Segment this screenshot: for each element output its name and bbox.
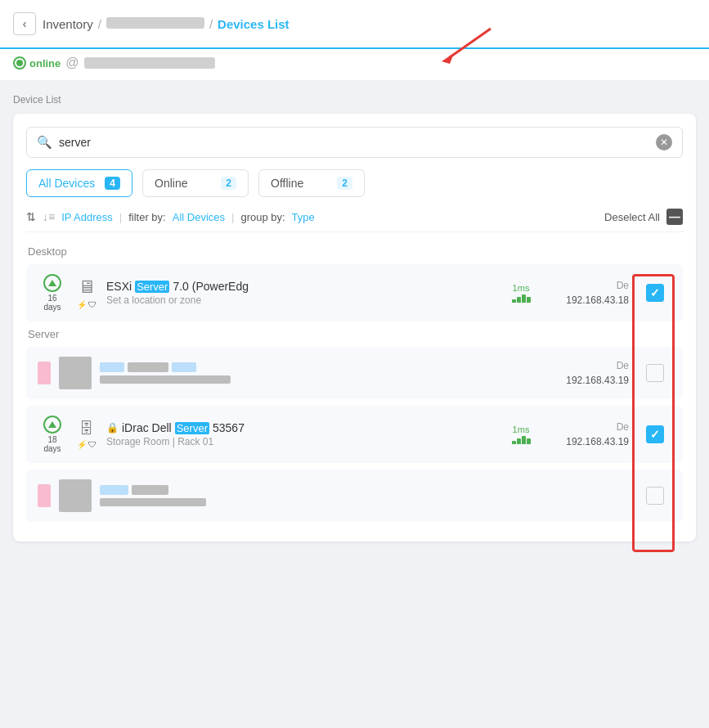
server-icon: 🗄: [79, 420, 94, 438]
deselect-all-area: Deselect All —: [604, 209, 683, 225]
minus-icon[interactable]: —: [666, 209, 683, 225]
blurred-g3: [100, 375, 231, 384]
device-right-blurred-1: De 192.168.43.19: [547, 360, 629, 386]
arrow-up-icon-2: [48, 421, 56, 428]
device-item-esxi: 16days 🖥 ⚡ 🛡 ESXi Server 7.0 (PowerEdg S…: [26, 264, 683, 321]
blurred-g2: [128, 362, 168, 372]
device-name-idrac: 🔒 iDrac Dell Server 53567: [106, 421, 495, 434]
latency-ms-esxi: 1ms: [513, 283, 530, 293]
checkbox-b1[interactable]: [646, 364, 664, 382]
search-input[interactable]: [59, 136, 649, 149]
device-sub-esxi: Set a location or zone: [106, 294, 495, 306]
group-value-link[interactable]: Type: [292, 211, 315, 223]
highlight-server-1: Server: [135, 281, 169, 293]
checkbox-wrap-b1: [639, 364, 671, 382]
bar-i4: [527, 438, 531, 444]
bar-1: [512, 299, 516, 303]
back-button[interactable]: ‹: [13, 12, 36, 35]
device-item-idrac: 18days 🗄 ⚡ 🛡 🔒 iDrac Dell Server 53567: [26, 406, 683, 463]
lightning-icon-2: ⚡: [77, 440, 87, 449]
sort-ip-link[interactable]: IP Address: [61, 211, 113, 223]
checkbox-wrap-b2: [639, 487, 671, 505]
breadcrumb: Inventory / / Devices List: [43, 17, 289, 31]
filter-value-link[interactable]: All Devices: [173, 211, 225, 223]
shield-icon-2: 🛡: [88, 440, 96, 449]
sort-icon[interactable]: ⇅: [26, 210, 36, 223]
sort-down-icon[interactable]: ↓≡: [43, 210, 55, 223]
highlight-server-2: Server: [175, 422, 209, 434]
device-ip-idrac: 192.168.43.19: [566, 436, 629, 447]
blurred-pink-2: [38, 484, 51, 507]
breadcrumb-devices-list: Devices List: [218, 17, 289, 31]
blurred-blue-3: [100, 485, 128, 495]
checkbox-b2[interactable]: [646, 487, 664, 505]
device-right-idrac: De 192.168.43.19: [547, 421, 629, 447]
clear-search-button[interactable]: ✕: [656, 134, 672, 151]
tab-online[interactable]: Online 2: [142, 169, 249, 197]
bar-i3: [522, 436, 526, 444]
filter-tabs: All Devices 4 Online 2 Offline 2: [26, 169, 683, 197]
online-dot-icon: [13, 56, 26, 70]
name-part-idrac-2: 53567: [213, 421, 245, 434]
section-label: Device List: [13, 94, 696, 106]
tab-all-devices-count: 4: [105, 177, 120, 190]
checkbox-wrap-esxi: [639, 284, 671, 302]
checkbox-idrac[interactable]: [646, 425, 664, 443]
deselect-all-label[interactable]: Deselect All: [604, 211, 660, 223]
device-list-card: 🔍 ✕ All Devices 4 Online 2 Offline 2 ⇅ ↓…: [13, 114, 696, 542]
device-item-blurred-2: [26, 470, 683, 522]
lock-icon: 🔒: [106, 422, 119, 434]
device-name-esxi: ESXi Server 7.0 (PowerEdg: [106, 280, 495, 293]
icon-badges-idrac: ⚡ 🛡: [77, 440, 96, 449]
shield-icon: 🛡: [88, 300, 96, 309]
arrow-annotation: [433, 25, 499, 69]
svg-line-0: [450, 29, 491, 57]
blurred-pink-1: [38, 362, 51, 384]
uptime-esxi: 16days: [38, 274, 67, 312]
device-icon-idrac: 🗄 ⚡ 🛡: [77, 420, 96, 449]
bar-4: [527, 297, 531, 303]
device-ip-esxi: 192.168.43.18: [566, 294, 629, 306]
search-icon: 🔍: [37, 135, 52, 150]
group-by-label: group by:: [240, 211, 285, 223]
name-part-1: ESXi: [106, 280, 132, 293]
monitor-icon: 🖥: [78, 276, 96, 298]
tab-offline[interactable]: Offline 2: [258, 169, 365, 197]
tab-all-devices-label: All Devices: [38, 177, 95, 190]
sep-1: |: [119, 211, 122, 223]
online-badge: online: [13, 56, 61, 70]
device-info-idrac: 🔒 iDrac Dell Server 53567 Storage Room |…: [106, 421, 495, 447]
blurred-gray-2: [59, 479, 92, 512]
tab-offline-label: Offline: [271, 177, 303, 190]
breadcrumb-sep-1: /: [98, 17, 101, 31]
icon-badges-esxi: ⚡ 🛡: [77, 300, 96, 309]
latency-bar-esxi: [512, 294, 531, 303]
tab-all-devices[interactable]: All Devices 4: [26, 169, 132, 197]
status-bar: online @: [0, 49, 709, 81]
device-tag-esxi: De: [617, 280, 629, 291]
blurred-content-1: [38, 357, 537, 389]
latency-bar-idrac: [512, 436, 531, 444]
blurred-g4: [132, 485, 168, 495]
main-content: Device List 🔍 ✕ All Devices 4 Online 2 O…: [0, 81, 709, 555]
group-desktop-label: Desktop: [26, 245, 683, 258]
latency-idrac: 1ms: [505, 425, 537, 444]
bar-i1: [512, 441, 516, 444]
device-info-esxi: ESXi Server 7.0 (PowerEdg Set a location…: [106, 280, 495, 306]
uptime-idrac: 18days: [38, 416, 67, 453]
blurred-path: [106, 17, 204, 29]
search-bar: 🔍 ✕: [26, 127, 683, 158]
device-icon-esxi: 🖥 ⚡ 🛡: [77, 276, 96, 309]
breadcrumb-middle: [106, 17, 204, 31]
uptime-circle-icon: [43, 274, 61, 292]
sort-filter-bar: ⇅ ↓≡ IP Address | filter by: All Devices…: [26, 209, 683, 232]
lightning-icon: ⚡: [77, 300, 87, 309]
name-part-idrac-1: iDrac Dell: [122, 421, 172, 434]
breadcrumb-inventory[interactable]: Inventory: [43, 17, 93, 31]
uptime-days-esxi: 16days: [38, 294, 67, 312]
name-part-2: 7.0 (PowerEdg: [173, 280, 249, 293]
uptime-circle-icon-2: [43, 416, 61, 434]
filter-by-label: filter by:: [128, 211, 166, 223]
checkbox-esxi[interactable]: [646, 284, 664, 302]
latency-esxi: 1ms: [505, 283, 537, 303]
